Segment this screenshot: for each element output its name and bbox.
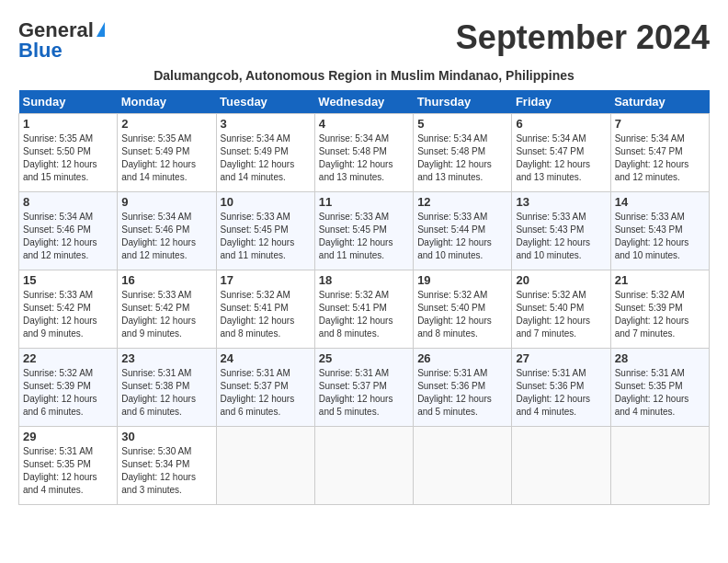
calendar-day-19: 19 Sunrise: 5:32 AMSunset: 5:40 PMDaylig… bbox=[414, 270, 512, 349]
day-info: Sunrise: 5:31 AMSunset: 5:35 PMDaylight:… bbox=[23, 446, 97, 495]
day-info: Sunrise: 5:33 AMSunset: 5:43 PMDaylight:… bbox=[615, 212, 689, 260]
calendar-day-23: 23 Sunrise: 5:31 AMSunset: 5:38 PMDaylig… bbox=[118, 349, 216, 427]
day-number: 8 bbox=[23, 195, 113, 209]
day-number: 14 bbox=[615, 195, 705, 209]
header-thursday: Thursday bbox=[414, 90, 512, 114]
day-number: 18 bbox=[319, 273, 409, 287]
day-info: Sunrise: 5:34 AMSunset: 5:47 PMDaylight:… bbox=[615, 133, 689, 182]
day-number: 11 bbox=[319, 195, 409, 209]
day-number: 23 bbox=[121, 351, 211, 365]
day-info: Sunrise: 5:33 AMSunset: 5:45 PMDaylight:… bbox=[319, 212, 393, 260]
day-number: 28 bbox=[615, 351, 705, 365]
calendar-day-22: 22 Sunrise: 5:32 AMSunset: 5:39 PMDaylig… bbox=[19, 349, 118, 427]
calendar-row-5: 29 Sunrise: 5:31 AMSunset: 5:35 PMDaylig… bbox=[19, 427, 710, 505]
day-number: 9 bbox=[121, 195, 211, 209]
day-number: 30 bbox=[121, 430, 211, 443]
calendar-row-2: 8 Sunrise: 5:34 AMSunset: 5:46 PMDayligh… bbox=[19, 192, 710, 270]
day-number: 24 bbox=[221, 351, 311, 365]
calendar-day-16: 16 Sunrise: 5:33 AMSunset: 5:42 PMDaylig… bbox=[118, 270, 216, 349]
header-wednesday: Wednesday bbox=[314, 90, 413, 114]
day-info: Sunrise: 5:34 AMSunset: 5:46 PMDaylight:… bbox=[121, 212, 196, 260]
calendar-day-1: 1 Sunrise: 5:35 AMSunset: 5:50 PMDayligh… bbox=[19, 114, 118, 192]
calendar-day-2: 2 Sunrise: 5:35 AMSunset: 5:49 PMDayligh… bbox=[118, 114, 216, 192]
day-info: Sunrise: 5:31 AMSunset: 5:36 PMDaylight:… bbox=[417, 368, 492, 417]
day-info: Sunrise: 5:30 AMSunset: 5:34 PMDaylight:… bbox=[121, 446, 196, 495]
day-info: Sunrise: 5:33 AMSunset: 5:42 PMDaylight:… bbox=[23, 290, 97, 339]
days-header-row: Sunday Monday Tuesday Wednesday Thursday… bbox=[19, 90, 710, 114]
empty-cell bbox=[414, 427, 512, 505]
day-info: Sunrise: 5:33 AMSunset: 5:42 PMDaylight:… bbox=[121, 290, 196, 339]
day-number: 17 bbox=[221, 273, 311, 287]
calendar-day-20: 20 Sunrise: 5:32 AMSunset: 5:40 PMDaylig… bbox=[512, 270, 610, 349]
day-info: Sunrise: 5:31 AMSunset: 5:35 PMDaylight:… bbox=[615, 368, 689, 417]
day-number: 2 bbox=[121, 117, 211, 131]
day-info: Sunrise: 5:35 AMSunset: 5:50 PMDaylight:… bbox=[23, 133, 97, 182]
day-info: Sunrise: 5:31 AMSunset: 5:37 PMDaylight:… bbox=[221, 368, 295, 417]
day-number: 13 bbox=[516, 195, 606, 209]
day-info: Sunrise: 5:32 AMSunset: 5:39 PMDaylight:… bbox=[615, 290, 689, 339]
header: General Blue September 2024 bbox=[18, 18, 710, 63]
day-number: 6 bbox=[516, 117, 606, 131]
day-info: Sunrise: 5:32 AMSunset: 5:39 PMDaylight:… bbox=[23, 368, 97, 417]
empty-cell bbox=[216, 427, 314, 505]
day-info: Sunrise: 5:31 AMSunset: 5:37 PMDaylight:… bbox=[319, 368, 393, 417]
header-monday: Monday bbox=[118, 90, 216, 114]
calendar-day-4: 4 Sunrise: 5:34 AMSunset: 5:48 PMDayligh… bbox=[314, 114, 413, 192]
day-number: 12 bbox=[417, 195, 507, 209]
empty-cell bbox=[314, 427, 413, 505]
day-number: 1 bbox=[23, 117, 113, 131]
day-info: Sunrise: 5:33 AMSunset: 5:43 PMDaylight:… bbox=[516, 212, 590, 260]
header-saturday: Saturday bbox=[610, 90, 709, 114]
day-number: 16 bbox=[121, 273, 211, 287]
month-title: September 2024 bbox=[456, 18, 710, 57]
day-info: Sunrise: 5:31 AMSunset: 5:36 PMDaylight:… bbox=[516, 368, 590, 417]
day-number: 7 bbox=[615, 117, 705, 131]
calendar-day-30: 30 Sunrise: 5:30 AMSunset: 5:34 PMDaylig… bbox=[118, 427, 216, 505]
logo: General Blue bbox=[18, 18, 105, 63]
day-number: 4 bbox=[319, 117, 409, 131]
day-info: Sunrise: 5:35 AMSunset: 5:49 PMDaylight:… bbox=[121, 133, 196, 182]
calendar-day-15: 15 Sunrise: 5:33 AMSunset: 5:42 PMDaylig… bbox=[19, 270, 118, 349]
day-info: Sunrise: 5:34 AMSunset: 5:49 PMDaylight:… bbox=[221, 133, 295, 182]
calendar-day-28: 28 Sunrise: 5:31 AMSunset: 5:35 PMDaylig… bbox=[610, 349, 709, 427]
day-number: 19 bbox=[417, 273, 507, 287]
subtitle: Dalumangcob, Autonomous Region in Muslim… bbox=[18, 68, 710, 83]
calendar-day-5: 5 Sunrise: 5:34 AMSunset: 5:48 PMDayligh… bbox=[414, 114, 512, 192]
day-number: 26 bbox=[417, 351, 507, 365]
day-number: 21 bbox=[615, 273, 705, 287]
day-number: 10 bbox=[221, 195, 311, 209]
calendar-day-14: 14 Sunrise: 5:33 AMSunset: 5:43 PMDaylig… bbox=[610, 192, 709, 270]
calendar-day-25: 25 Sunrise: 5:31 AMSunset: 5:37 PMDaylig… bbox=[314, 349, 413, 427]
day-info: Sunrise: 5:32 AMSunset: 5:41 PMDaylight:… bbox=[319, 290, 393, 339]
header-tuesday: Tuesday bbox=[216, 90, 314, 114]
day-info: Sunrise: 5:33 AMSunset: 5:45 PMDaylight:… bbox=[221, 212, 295, 260]
day-number: 5 bbox=[417, 117, 507, 131]
day-info: Sunrise: 5:32 AMSunset: 5:40 PMDaylight:… bbox=[516, 290, 590, 339]
day-number: 3 bbox=[221, 117, 311, 131]
day-info: Sunrise: 5:34 AMSunset: 5:48 PMDaylight:… bbox=[417, 133, 492, 182]
header-friday: Friday bbox=[512, 90, 610, 114]
empty-cell bbox=[610, 427, 709, 505]
calendar-day-26: 26 Sunrise: 5:31 AMSunset: 5:36 PMDaylig… bbox=[414, 349, 512, 427]
day-info: Sunrise: 5:32 AMSunset: 5:41 PMDaylight:… bbox=[221, 290, 295, 339]
calendar-day-24: 24 Sunrise: 5:31 AMSunset: 5:37 PMDaylig… bbox=[216, 349, 314, 427]
day-number: 20 bbox=[516, 273, 606, 287]
calendar-table: Sunday Monday Tuesday Wednesday Thursday… bbox=[18, 90, 710, 505]
header-sunday: Sunday bbox=[19, 90, 118, 114]
calendar-day-18: 18 Sunrise: 5:32 AMSunset: 5:41 PMDaylig… bbox=[314, 270, 413, 349]
day-number: 27 bbox=[516, 351, 606, 365]
calendar-day-21: 21 Sunrise: 5:32 AMSunset: 5:39 PMDaylig… bbox=[610, 270, 709, 349]
calendar-day-9: 9 Sunrise: 5:34 AMSunset: 5:46 PMDayligh… bbox=[118, 192, 216, 270]
day-number: 22 bbox=[23, 351, 113, 365]
calendar-row-1: 1 Sunrise: 5:35 AMSunset: 5:50 PMDayligh… bbox=[19, 114, 710, 192]
day-number: 25 bbox=[319, 351, 409, 365]
calendar-day-12: 12 Sunrise: 5:33 AMSunset: 5:44 PMDaylig… bbox=[414, 192, 512, 270]
day-info: Sunrise: 5:33 AMSunset: 5:44 PMDaylight:… bbox=[417, 212, 492, 260]
day-info: Sunrise: 5:34 AMSunset: 5:46 PMDaylight:… bbox=[23, 212, 97, 260]
day-info: Sunrise: 5:31 AMSunset: 5:38 PMDaylight:… bbox=[121, 368, 196, 417]
day-info: Sunrise: 5:32 AMSunset: 5:40 PMDaylight:… bbox=[417, 290, 492, 339]
day-number: 15 bbox=[23, 273, 113, 287]
calendar-day-6: 6 Sunrise: 5:34 AMSunset: 5:47 PMDayligh… bbox=[512, 114, 610, 192]
calendar-day-10: 10 Sunrise: 5:33 AMSunset: 5:45 PMDaylig… bbox=[216, 192, 314, 270]
calendar-day-27: 27 Sunrise: 5:31 AMSunset: 5:36 PMDaylig… bbox=[512, 349, 610, 427]
